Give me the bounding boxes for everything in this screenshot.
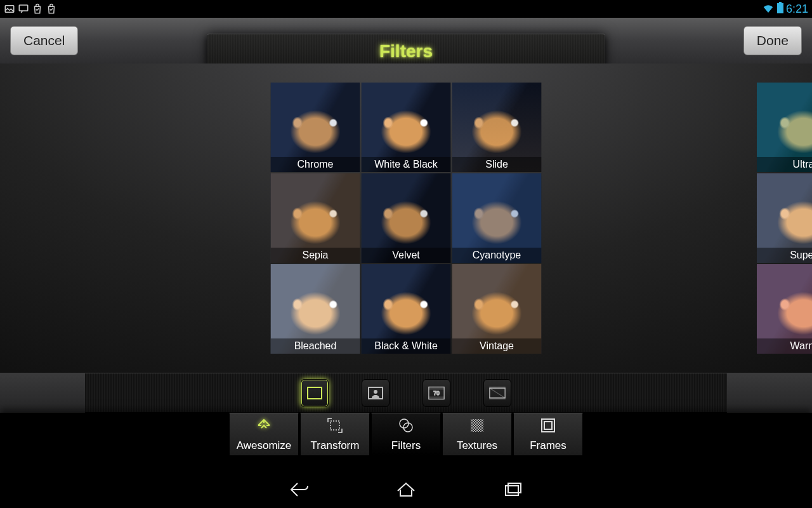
tab-awesomize-icon xyxy=(256,417,272,437)
nav-back-icon[interactable] xyxy=(284,477,315,502)
filter-label: Ultra xyxy=(757,157,812,172)
tab-filters-icon xyxy=(398,417,414,437)
clock-text: 6:21 xyxy=(786,3,808,16)
tab-frames-icon xyxy=(540,417,556,437)
tab-label: Filters xyxy=(391,439,421,452)
tab-transform-icon xyxy=(327,417,343,437)
filter-grid-next[interactable]: UltraSuperWarm xyxy=(757,83,812,354)
tab-frames[interactable]: Frames xyxy=(513,413,583,456)
filter-label: Super xyxy=(757,248,812,263)
filter-thumb-ultra[interactable]: Ultra xyxy=(757,83,812,172)
header-title: Filters xyxy=(379,41,433,62)
filter-thumb-chrome[interactable]: Chrome xyxy=(271,83,360,172)
filter-thumb-velvet[interactable]: Velvet xyxy=(362,173,451,263)
portrait-icon[interactable] xyxy=(362,379,390,407)
wifi-icon xyxy=(762,3,775,16)
filter-label: White & Black xyxy=(362,157,451,172)
filter-thumb-sepia[interactable]: Sepia xyxy=(271,173,360,263)
filter-thumb-white-black[interactable]: White & Black xyxy=(362,83,451,172)
filter-thumb-vintage[interactable]: Vintage xyxy=(452,264,542,354)
notif-bag-check-icon xyxy=(32,3,43,15)
filter-label: Warm xyxy=(757,338,812,354)
svg-rect-17 xyxy=(471,419,483,432)
filter-grid: ChromeWhite & BlackSlideSepiaVelvetCyano… xyxy=(271,83,542,354)
bottom-tabs: AwesomizeTransformFiltersTexturesFrames xyxy=(0,413,812,471)
nav-recent-icon[interactable] xyxy=(497,477,528,502)
frame-icon[interactable] xyxy=(301,379,329,407)
filter-label: Slide xyxy=(452,157,542,172)
filter-label: Sepia xyxy=(271,248,360,263)
svg-rect-2 xyxy=(777,3,783,13)
filter-label: Cyanotype xyxy=(452,248,542,263)
tab-filters[interactable]: Filters xyxy=(371,413,441,456)
filter-label: Velvet xyxy=(362,248,451,263)
svg-point-16 xyxy=(403,423,412,432)
notif-bag-check-icon-2 xyxy=(46,3,57,15)
filmstrip-icon[interactable] xyxy=(483,379,511,407)
filter-label: Bleached xyxy=(271,338,360,354)
filter-thumb-bleached[interactable]: Bleached xyxy=(271,264,360,354)
tab-label: Frames xyxy=(530,439,566,452)
filter-thumb-slide[interactable]: Slide xyxy=(452,83,542,172)
notif-image-icon xyxy=(4,3,15,15)
filter-thumb-cyanotype[interactable]: Cyanotype xyxy=(452,173,542,263)
filter-type-strip: 70 xyxy=(0,373,812,413)
filter-label: Chrome xyxy=(271,157,360,172)
filter-label: Vintage xyxy=(452,338,542,354)
filter-label: Black & White xyxy=(362,338,451,354)
filter-thumb-black-white[interactable]: Black & White xyxy=(362,264,451,354)
tab-awesomize[interactable]: Awesomize xyxy=(229,413,299,456)
svg-text:70: 70 xyxy=(433,390,440,396)
tab-textures[interactable]: Textures xyxy=(442,413,512,456)
svg-rect-1 xyxy=(19,5,28,11)
filter-type-inner: 70 xyxy=(85,373,727,413)
tab-label: Textures xyxy=(457,439,497,452)
app-header: Cancel Filters Done xyxy=(0,18,812,64)
tab-label: Transform xyxy=(311,439,360,452)
filter-thumb-warm[interactable]: Warm xyxy=(757,264,812,354)
filter-thumb-super[interactable]: Super xyxy=(757,173,812,263)
svg-rect-12 xyxy=(490,387,505,389)
film-70-icon[interactable]: 70 xyxy=(422,379,450,407)
nav-home-icon[interactable] xyxy=(391,477,421,502)
content-area: ChromeWhite & BlackSlideSepiaVelvetCyano… xyxy=(0,64,812,373)
cancel-button[interactable]: Cancel xyxy=(10,26,78,55)
notif-talk-icon xyxy=(18,3,29,15)
svg-point-6 xyxy=(374,390,377,394)
svg-rect-3 xyxy=(779,2,782,3)
tab-label: Awesomize xyxy=(237,439,292,452)
svg-rect-21 xyxy=(544,422,552,429)
svg-rect-14 xyxy=(331,421,339,430)
android-nav-bar xyxy=(0,471,812,508)
done-button[interactable]: Done xyxy=(743,26,802,55)
tab-transform[interactable]: Transform xyxy=(300,413,370,456)
battery-icon xyxy=(777,2,783,17)
svg-rect-8 xyxy=(429,387,444,389)
svg-rect-13 xyxy=(490,397,505,399)
svg-rect-9 xyxy=(429,397,444,399)
tab-textures-icon xyxy=(469,417,485,437)
android-status-bar: 6:21 xyxy=(0,0,812,18)
svg-point-15 xyxy=(400,419,409,428)
svg-rect-4 xyxy=(308,387,322,399)
